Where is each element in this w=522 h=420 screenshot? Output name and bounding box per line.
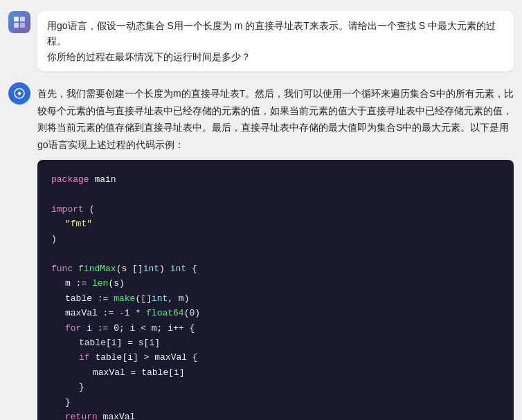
code-line-blank2	[51, 246, 500, 261]
code-line-table: table := make([]int, m)	[51, 291, 500, 306]
user-text-1: 用go语言，假设一动态集合 S用一个长度为 m 的直接寻址表T来表示。请给出一个…	[47, 20, 496, 46]
code-line-return: return maxVal	[51, 410, 500, 420]
code-line-for-close: }	[51, 395, 500, 410]
code-line-fmt: "fmt"	[51, 217, 500, 231]
code-line-func: func findMax(s []int) int {	[51, 262, 500, 276]
code-line-blank1	[51, 188, 500, 202]
svg-rect-1	[20, 17, 25, 21]
code-line-maxval: maxVal := -1 * float64(0)	[51, 306, 500, 320]
svg-rect-2	[14, 23, 19, 28]
code-line-import: import (	[51, 202, 500, 217]
bot-message-bubble: 首先，我们需要创建一个长度为m的直接寻址表T。然后，我们可以使用一个循环来遍历集…	[37, 82, 514, 420]
bot-intro-text: 首先，我们需要创建一个长度为m的直接寻址表T。然后，我们可以使用一个循环来遍历集…	[37, 85, 514, 153]
code-line-for: for i := 0; i < m; i++ {	[51, 321, 500, 336]
code-line-import-close: )	[51, 232, 500, 246]
code-line-if: if table[i] > maxVal {	[51, 350, 500, 365]
user-message-bubble: 用go语言，假设一动态集合 S用一个长度为 m 的直接寻址表T来表示。请给出一个…	[37, 11, 514, 71]
svg-rect-0	[14, 17, 19, 21]
code-line-m: m := len(s)	[51, 276, 500, 291]
svg-rect-3	[20, 23, 25, 28]
chat-container: 用go语言，假设一动态集合 S用一个长度为 m 的直接寻址表T来表示。请给出一个…	[0, 0, 522, 420]
code-line-maxval-assign: maxVal = table[i]	[51, 365, 500, 380]
bot-avatar	[8, 82, 30, 104]
code-line-if-close: }	[51, 380, 500, 394]
bot-message-row: 首先，我们需要创建一个长度为m的直接寻址表T。然后，我们可以使用一个循环来遍历集…	[8, 82, 514, 420]
code-line-1: package main	[51, 172, 500, 187]
user-avatar	[8, 11, 30, 33]
user-message-row: 用go语言，假设一动态集合 S用一个长度为 m 的直接寻址表T来表示。请给出一个…	[8, 11, 514, 71]
code-block: package main import ( "fmt" ) func findM…	[37, 160, 514, 420]
code-line-table-assign: table[i] = s[i]	[51, 336, 500, 350]
user-text-2: 你所给的过程在最坏情况下的运行时间是多少？	[47, 51, 251, 62]
